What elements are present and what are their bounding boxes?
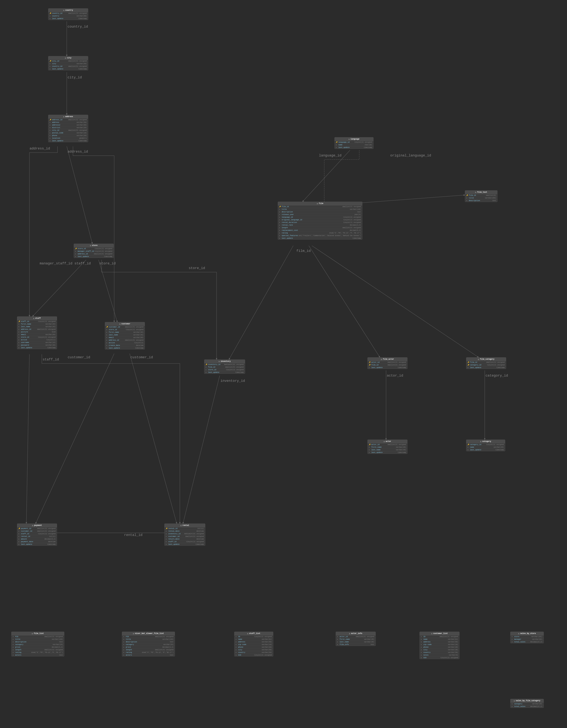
table-header-customer: ▦customer	[105, 322, 145, 326]
field-name: address_id	[78, 253, 93, 255]
table-row: ⊟namevarchar(91)	[234, 638, 273, 641]
field-type: text	[492, 200, 496, 202]
field-icon: ⊟	[106, 347, 108, 349]
key-icon: 🔑	[369, 362, 371, 363]
table-row: ⊟amountdecimal(5,2)	[17, 538, 57, 540]
field-icon: ⊟	[468, 449, 469, 451]
table-store: ▦store🔑store_idtinyint(3) unsigned⊟manag…	[74, 244, 114, 258]
field-icon: ⊟	[336, 147, 338, 148]
field-type: varchar(50)	[262, 641, 272, 643]
field-name: phone	[423, 646, 439, 648]
field-icon: ⊟	[50, 122, 51, 123]
field-icon: ⊟	[18, 339, 20, 341]
field-icon: ⊟	[18, 544, 20, 545]
field-icon: ⊟	[279, 230, 281, 231]
field-type: smallint(5) unsigned	[37, 528, 56, 529]
field-type: varchar(50)	[448, 641, 458, 643]
field-icon: ⊟	[512, 706, 514, 707]
table-icon: ▦	[475, 191, 476, 193]
field-type: decimal(5,2)	[44, 538, 56, 540]
field-type: tinyint(3) unsigned	[95, 250, 112, 252]
field-type: tinyint(3) unsigned	[38, 533, 56, 535]
table-row: ⊟original_language_idtinyint(3) unsigned	[278, 219, 362, 221]
table-row: ⊟locationgeometry	[48, 137, 88, 140]
table-sales_by_store: ▦sales_by_store⊟storevarchar(101)⊟manage…	[510, 632, 544, 643]
field-type: varchar(6)	[449, 654, 458, 656]
field-name: address_id	[109, 339, 124, 341]
key-icon: 🔑	[369, 364, 371, 366]
field-name: actor_id	[371, 444, 387, 445]
field-type: text	[59, 641, 63, 643]
table-row: 🔑film_idsmallint(5) unsigned	[278, 205, 362, 208]
field-icon: ⊟	[512, 636, 514, 638]
field-icon: ⊟	[50, 66, 51, 67]
field-name: address	[423, 641, 439, 643]
field-icon: ⊟	[106, 331, 108, 333]
field-type: smallint(5) unsigned	[185, 536, 204, 537]
field-icon: ⊟	[18, 331, 20, 333]
key-icon: 🔑	[166, 528, 168, 529]
field-type: timestamp	[235, 372, 244, 373]
table-row: ⊟customer_idsmallint(5) unsigned	[17, 530, 57, 533]
field-name: customer_id	[168, 535, 184, 537]
table-row: ⊟last_updatetimestamp	[204, 371, 245, 374]
field-icon: ⊟	[337, 641, 339, 643]
field-icon: ⊟	[466, 200, 468, 202]
field-type: timestamp	[353, 237, 361, 239]
field-name: special_features	[282, 235, 298, 237]
key-icon: 🔑	[468, 364, 469, 366]
table-row: ⊟address_idsmallint(5) unsigned	[17, 328, 57, 331]
field-type: enum('G','PG','PG-13','R','NC-17')	[31, 652, 63, 653]
table-icon: ▦	[431, 633, 432, 635]
table-icon: ▦	[349, 633, 350, 635]
table-row: ⊟titlevarchar(255)	[465, 197, 497, 199]
table-payment: ▦payment🔑payment_idsmallint(5) unsigned⊟…	[17, 524, 57, 546]
field-type: smallint(5) unsigned	[37, 329, 56, 330]
table-row: 🔑city_idsmallint(5) unsigned	[48, 60, 88, 62]
field-type: mediumint(8) unsigned	[224, 364, 244, 365]
table-header-address: ▦address	[48, 115, 88, 118]
svg-line-12	[303, 150, 350, 202]
table-header-inventory: ▦inventory	[204, 360, 245, 363]
table-row: ⊟lengthsmallint(5) unsigned	[278, 226, 362, 229]
field-type: varchar(45)	[133, 331, 143, 333]
table-row: ⊟film_idsmallint(5) unsigned	[204, 366, 245, 368]
table-header-rental: ▦rental	[165, 524, 205, 527]
field-icon: ⊟	[18, 329, 20, 330]
key-icon: 🔑	[279, 206, 281, 208]
field-icon: ⊟	[279, 235, 281, 237]
table-icon: ▦	[63, 9, 64, 11]
field-type: mediumint(8) unsigned	[184, 533, 204, 535]
field-type: smallint(5) unsigned	[356, 636, 374, 638]
field-type: tinyint(3) unsigned	[343, 216, 361, 218]
field-type: varchar(50)	[77, 15, 87, 17]
table-icon: ▦	[32, 524, 33, 526]
field-type: datetime	[48, 541, 56, 543]
field-icon: ⊟	[50, 132, 51, 134]
field-name: rating	[126, 651, 141, 653]
table-header-actor_info: ▦actor_info	[336, 632, 376, 635]
field-type: varchar(40)	[45, 344, 56, 346]
field-name: last_update	[52, 18, 68, 20]
field-type: timestamp	[496, 367, 505, 368]
table-row: ⊟rental_durationtinyint(3) unsigned	[278, 221, 362, 224]
field-icon: ⊟	[18, 323, 20, 325]
table-row: ⊟titlevarchar(128)	[278, 208, 362, 211]
field-name: name	[238, 638, 254, 640]
table-row: ⊟notesvarchar(6)	[420, 654, 459, 656]
field-type: smallint(5) unsigned	[155, 636, 174, 638]
svg-text:address_id: address_id	[68, 150, 88, 154]
field-type: varchar(10)	[262, 644, 272, 645]
field-name: staff_id	[21, 320, 36, 322]
table-row: ⊟countryvarchar(50)	[48, 15, 88, 17]
field-name: title	[15, 638, 31, 640]
field-name: address_id	[21, 328, 36, 330]
field-type: datetime	[136, 345, 143, 346]
table-row: ⊟language_idtinyint(3) unsigned	[278, 216, 362, 219]
field-type: smallint(5) unsigned	[125, 326, 143, 328]
table-row: 🔑actor_idsmallint(5) unsigned	[368, 443, 407, 446]
table-row: ⊟titlevarchar(128)	[11, 638, 64, 641]
field-type: datetime	[196, 538, 204, 540]
svg-line-7	[33, 260, 86, 316]
table-icon: ▦	[518, 633, 519, 635]
